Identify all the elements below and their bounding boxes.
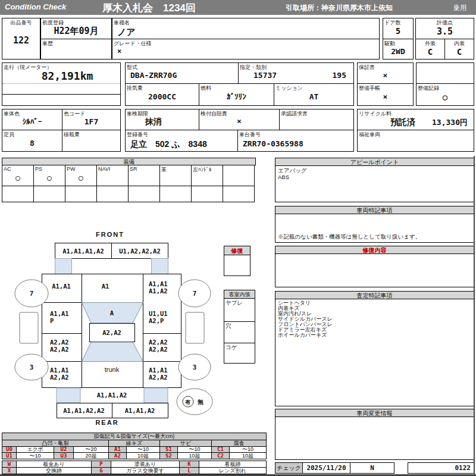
right-front-fender-codes-2: A1,A2 (149, 287, 168, 295)
equipment-cell-ps: PS○ (33, 165, 65, 186)
transmission-value: AT (274, 92, 353, 101)
first-registration-cell: 初度登録 H22年09月 (40, 18, 112, 39)
check-number: 0122 (408, 462, 474, 474)
lot-number-cell: 出品番号 122 (2, 18, 40, 60)
class-value-2: 195 (333, 71, 346, 80)
appeal-line: ABS (278, 174, 471, 180)
equipment-empty-cell (33, 186, 65, 202)
right-wheel (186, 312, 204, 343)
drive-cell: 駆動 2WD (383, 39, 414, 60)
right-front-door-codes-2: A2,P (149, 317, 164, 324)
left-front-door-codes-1: A1,A1 (50, 310, 69, 317)
pickup-location: 引取場所：神奈川県厚木市上依知 (286, 3, 393, 13)
equipment-empty-cell (96, 186, 129, 202)
right-rear-door-codes-2: A2,A2 (149, 346, 168, 353)
rear-window (82, 342, 143, 362)
front-label: FRONT (96, 231, 124, 238)
doors-cell: ドア数 5 (383, 18, 414, 39)
fuel-cell: 燃料 ｶﾞｿﾘﾝ (199, 83, 274, 106)
trunk-label: trunk (105, 366, 120, 373)
equipment-empty-cell (65, 186, 97, 202)
exterior-grade-value: C (416, 47, 444, 57)
cabin-lining-row-hole: 穴 (224, 321, 255, 343)
interior-grade-cell: 内装 C (444, 39, 474, 60)
maintenance-book-cell: 整備手帳 × (357, 83, 414, 106)
mileage-divider-solid (2, 94, 120, 95)
left-front-fender-codes: A1,A1 (52, 283, 71, 290)
model-name-cell: 車種名 ノア (112, 18, 380, 39)
grade-cell: グレード・仕様 × (112, 39, 380, 60)
equipment-empty-cell (191, 186, 223, 202)
insurance-cell: 検付自賠責 × (199, 109, 280, 130)
load-capacity-cell: 積載量 (62, 130, 121, 152)
svg-text:有: 有 (185, 399, 191, 405)
equipment-cell-lhd: 左ﾊﾝﾄﾞﾙ (191, 165, 223, 186)
appeal-header: アピールポイント (275, 158, 474, 166)
first-registration-value: H22年09月 (41, 26, 111, 37)
chassis-number-cell: 車台番号 ZRR70-0365988 (237, 130, 354, 152)
capacity-label: 定員 (4, 131, 14, 139)
repair-mini-body (224, 255, 250, 276)
welfare-vehicle-cell: 福祉車両 (357, 130, 474, 152)
warranty-empty-cell (416, 62, 474, 84)
front-right-corner (152, 259, 168, 274)
history-cell: 車歴 (40, 39, 112, 60)
left-rear-door-codes-1: A2,A2 (50, 339, 69, 346)
front-bumper-left-codes: A1,A1,A1,A2 (62, 248, 104, 255)
right-front-fender-codes-1: A1,A1 (149, 280, 168, 287)
chassis-number-value: ZRR70-0365988 (243, 139, 303, 148)
history-label: 車歴 (42, 40, 53, 48)
svg-text:7: 7 (193, 290, 197, 298)
model-name-value: ノア (117, 27, 136, 38)
lot-number-label: 出品番号 (2, 19, 40, 27)
maintenance-record-cell: 整備記録 ○ (416, 83, 474, 106)
rear-left-corner (57, 388, 80, 403)
mileage-divider-dotted (2, 83, 120, 84)
fuel-label: 燃料 (201, 84, 211, 92)
check-flag: N (350, 463, 394, 473)
equipment-empty-cell (223, 186, 255, 202)
inspection-cell: 車検期限 抹消 (125, 109, 199, 130)
spare-tire-indicator (177, 389, 212, 415)
assessment-line: ホイールカバーキズ (278, 333, 471, 338)
brand-logo: Condition Check (5, 2, 66, 11)
capacity-cell: 定員 8 (2, 130, 62, 152)
svg-text:3: 3 (30, 364, 34, 371)
exterior-grade-cell: 外装 C (415, 39, 445, 60)
repair-mini-header: 修復 (224, 246, 250, 255)
rear-label: REAR (95, 419, 118, 426)
insurance-value: × (199, 117, 279, 126)
transmission-cell: ミッション AT (274, 83, 354, 106)
equipment-empty-cell (2, 186, 34, 202)
change-info-body (275, 416, 474, 460)
registration-number-cell: 登録番号 足立 502 ふ 8348 (125, 130, 238, 152)
right-rear-door-codes-1: A2,A2 (149, 339, 168, 346)
body-color-value: ｼﾙﾊﾞｰ (2, 117, 62, 126)
left-wheel (20, 312, 38, 343)
welfare-vehicle-label: 福祉車両 (359, 131, 380, 139)
appeal-body: エアバッグ ABS (275, 165, 474, 202)
damage-legend: 損傷記号＆損傷サイズ(〜最大cm) 凸凹・亀裂 線キズ サビ 腐食 U0 エクボ… (2, 433, 267, 474)
rear-bumper-right-codes: A1,A1,A2 (125, 407, 155, 414)
windshield-code: A (110, 309, 114, 317)
model-code-value: DBA-ZRR70G (130, 71, 177, 80)
equipment-cell-ac: AC○ (2, 165, 34, 186)
front-left-corner (55, 259, 72, 274)
roof-codes: A2,A2 (102, 329, 121, 336)
check-row: チェック 2025/11/20 N (275, 462, 394, 474)
car-damage-diagram: FRONT A1,A1,A1,A2 U1,A2,A2,A2 A1,A1 A1 A… (0, 229, 220, 431)
equipment-cell-sr: SR (128, 165, 160, 186)
change-info-header: 車両変更情報 (275, 409, 474, 417)
mileage-cell: 走行（現メーター） 82,191km (2, 62, 121, 106)
recycle-fee-label: リサイクル料 (359, 110, 392, 118)
check-label: チェック (275, 463, 303, 473)
doors-value: 5 (383, 26, 413, 36)
approval-cell: 承認請求書 (279, 109, 354, 130)
model-code-cell: 型式 DBA-ZRR70G (125, 62, 239, 84)
class-cell: 指定・類別 15737 195 (238, 62, 354, 84)
vehicle-notes-footer: ※記載のない書類・機器等は無しとして取り扱います。 (278, 233, 421, 241)
displacement-cell: 排気量 2000CC (125, 83, 199, 106)
rear-gate-codes: A1,A1,A2 (97, 392, 127, 399)
svg-text:7: 7 (30, 290, 34, 298)
score-value: 3.5 (416, 26, 474, 37)
